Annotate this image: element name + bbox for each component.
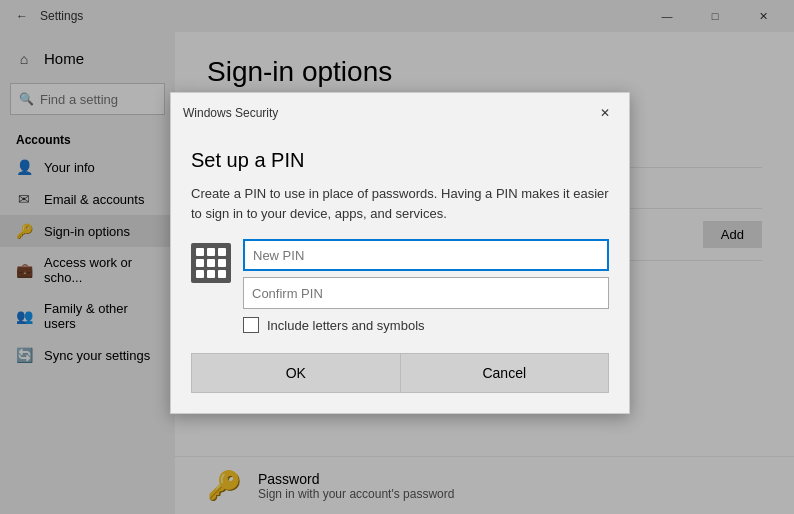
dialog-body: Set up a PIN Create a PIN to use in plac… [171,133,629,413]
pin-grid-icon [196,248,226,278]
dialog-title-text: Windows Security [183,106,278,120]
include-letters-label: Include letters and symbols [267,318,425,333]
dialog-heading: Set up a PIN [191,149,609,172]
pin-dialog: Windows Security ✕ Set up a PIN Create a… [170,92,630,414]
pin-inputs-container [243,239,609,309]
dialog-buttons: OK Cancel [191,353,609,393]
dialog-close-button[interactable]: ✕ [593,101,617,125]
include-letters-row: Include letters and symbols [243,317,609,333]
cancel-button[interactable]: Cancel [401,353,610,393]
confirm-pin-input[interactable] [243,277,609,309]
include-letters-checkbox[interactable] [243,317,259,333]
dialog-title-bar: Windows Security ✕ [171,93,629,133]
pin-input-row [191,239,609,309]
dialog-description: Create a PIN to use in place of password… [191,184,609,223]
pin-icon-box [191,243,231,283]
new-pin-input[interactable] [243,239,609,271]
ok-button[interactable]: OK [191,353,401,393]
